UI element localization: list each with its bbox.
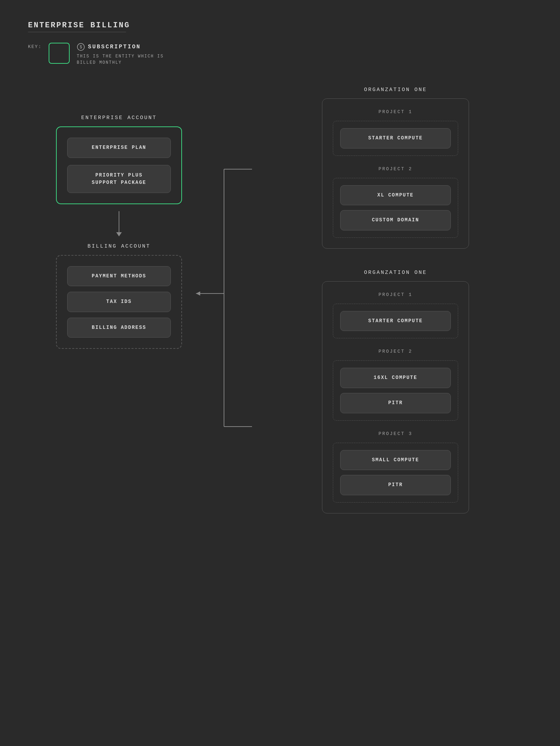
billing-account-box: PAYMENT METHODS TAX IDS BILLING ADDRESS <box>56 255 182 349</box>
org1-p2-xl-compute[interactable]: XL COMPUTE <box>340 185 451 206</box>
page-container: ENTERPRISE BILLING KEY: $ SUBSCRIPTION T… <box>0 0 560 746</box>
enterprise-account-box: ENTERPRISE PLAN PRIORITY PLUSSUPPORT PAC… <box>56 126 182 204</box>
page-title: ENTERPRISE BILLING <box>28 21 532 30</box>
org2-section: ORGANZATION ONE PROJECT 1 STARTER COMPUT… <box>259 270 532 513</box>
org2-project2-label: PROJECT 2 <box>333 349 458 354</box>
org2-project1-box: STARTER COMPUTE <box>333 304 458 339</box>
subscription-key-box <box>49 43 70 64</box>
title-underline <box>28 32 126 32</box>
org2-p2-pitr[interactable]: PITR <box>340 393 451 413</box>
arrow-down <box>116 211 122 236</box>
org2-project3-box: SMALL COMPUTE PITR <box>333 443 458 503</box>
key-title-row: $ SUBSCRIPTION <box>77 43 163 51</box>
org2-project1: PROJECT 1 STARTER COMPUTE <box>333 292 458 339</box>
org2-box: PROJECT 1 STARTER COMPUTE PROJECT 2 16XL… <box>322 281 469 513</box>
priority-support-button[interactable]: PRIORITY PLUSSUPPORT PACKAGE <box>67 165 171 193</box>
subscription-icon: $ <box>77 43 85 51</box>
org2-project3: PROJECT 3 SMALL COMPUTE PITR <box>333 431 458 503</box>
enterprise-plan-button[interactable]: ENTERPRISE PLAN <box>67 138 171 158</box>
arrow-line <box>119 211 119 232</box>
payment-methods-button[interactable]: PAYMENT METHODS <box>67 266 171 286</box>
org1-section: ORGANZATION ONE PROJECT 1 STARTER COMPUT… <box>259 87 532 249</box>
org2-p3-pitr[interactable]: PITR <box>340 475 451 495</box>
key-subtitle-text: THIS IS THE ENTITY WHICH ISBILLED MONTHL… <box>77 53 163 66</box>
org2-p2-16xl-compute[interactable]: 16XL COMPUTE <box>340 368 451 388</box>
org1-label: ORGANZATION ONE <box>364 87 427 93</box>
billing-account-label: BILLING ACCOUNT <box>88 243 150 249</box>
org1-project1: PROJECT 1 STARTER COMPUTE <box>333 109 458 156</box>
billing-address-button[interactable]: BILLING ADDRESS <box>67 318 171 338</box>
org1-project1-label: PROJECT 1 <box>333 109 458 115</box>
org2-project2: PROJECT 2 16XL COMPUTE PITR <box>333 349 458 420</box>
org1-project2-label: PROJECT 2 <box>333 166 458 172</box>
org2-label: ORGANZATION ONE <box>364 270 427 276</box>
org1-project1-box: STARTER COMPUTE <box>333 121 458 156</box>
org2-p3-small-compute[interactable]: SMALL COMPUTE <box>340 450 451 470</box>
left-column: ENTERPRISE ACCOUNT ENTERPRISE PLAN PRIOR… <box>28 87 210 513</box>
enterprise-account-label: ENTERPRISE ACCOUNT <box>81 115 157 121</box>
org2-project3-label: PROJECT 3 <box>333 431 458 436</box>
org2-project2-box: 16XL COMPUTE PITR <box>333 360 458 420</box>
org2-p1-starter-compute[interactable]: STARTER COMPUTE <box>340 311 451 331</box>
org1-p2-custom-domain[interactable]: CUSTOM DOMAIN <box>340 210 451 230</box>
tax-ids-button[interactable]: TAX IDS <box>67 292 171 312</box>
org2-project1-label: PROJECT 1 <box>333 292 458 297</box>
org1-project2: PROJECT 2 XL COMPUTE CUSTOM DOMAIN <box>333 166 458 238</box>
key-description: $ SUBSCRIPTION THIS IS THE ENTITY WHICH … <box>77 43 163 66</box>
right-column: ORGANZATION ONE PROJECT 1 STARTER COMPUT… <box>210 87 532 513</box>
org1-p1-starter-compute[interactable]: STARTER COMPUTE <box>340 128 451 148</box>
key-title-text: SUBSCRIPTION <box>88 44 141 50</box>
org1-box: PROJECT 1 STARTER COMPUTE PROJECT 2 XL C… <box>322 98 469 249</box>
org1-project2-box: XL COMPUTE CUSTOM DOMAIN <box>333 178 458 238</box>
arrow-head <box>116 232 122 236</box>
svg-text:$: $ <box>80 45 82 50</box>
key-label: KEY: <box>28 44 42 49</box>
key-section: KEY: $ SUBSCRIPTION THIS IS THE ENTITY W… <box>28 43 532 66</box>
main-layout: ENTERPRISE ACCOUNT ENTERPRISE PLAN PRIOR… <box>28 87 532 513</box>
